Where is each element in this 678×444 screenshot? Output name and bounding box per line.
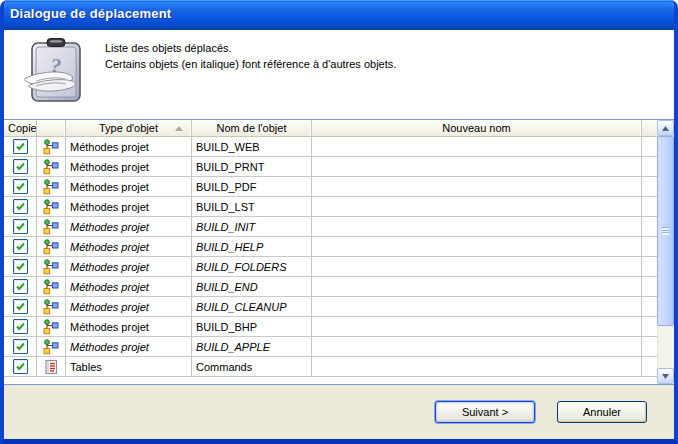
- row-name: BUILD_FOLDERS: [192, 257, 312, 276]
- row-new-name[interactable]: [312, 217, 642, 236]
- row-type: Méthodes projet: [66, 217, 192, 236]
- row-type: Méthodes projet: [66, 157, 192, 176]
- project-method-icon: [43, 259, 59, 275]
- button-panel: Suivant > Annuler: [4, 385, 674, 439]
- project-method-icon: [43, 199, 59, 215]
- table-row[interactable]: Méthodes projet BUILD_PRNT: [4, 157, 657, 177]
- title-bar[interactable]: Dialogue de déplacement: [0, 0, 678, 30]
- row-type: Méthodes projet: [66, 197, 192, 216]
- row-filler: [642, 177, 657, 196]
- table-body: Méthodes projet BUILD_WEB: [4, 137, 657, 384]
- client-area: ? Liste des objets déplacés. Certains ob…: [4, 30, 674, 439]
- dialog-window: Dialogue de déplacement ?: [0, 0, 678, 444]
- table-row[interactable]: Méthodes projet BUILD_INIT: [4, 217, 657, 237]
- table-row[interactable]: Méthodes projet BUILD_LST: [4, 197, 657, 217]
- row-name: BUILD_PRNT: [192, 157, 312, 176]
- objects-table: Copie Type d'objet Nom de l'objet Nouvea…: [4, 119, 674, 385]
- row-new-name[interactable]: [312, 177, 642, 196]
- project-method-icon: [43, 339, 59, 355]
- copy-checkbox[interactable]: [13, 239, 28, 254]
- intro-line2: Certains objets (en italique) font référ…: [105, 56, 396, 72]
- copy-checkbox[interactable]: [13, 299, 28, 314]
- row-filler: [642, 217, 657, 236]
- cancel-button[interactable]: Annuler: [557, 401, 647, 423]
- row-type: Tables: [66, 357, 192, 376]
- sort-ascending-icon: [175, 126, 183, 131]
- row-new-name[interactable]: [312, 277, 642, 296]
- row-filler: [642, 297, 657, 316]
- table-row[interactable]: Méthodes projet BUILD_APPLE: [4, 337, 657, 357]
- column-header-name[interactable]: Nom de l'objet: [192, 120, 312, 136]
- scroll-down-button[interactable]: [657, 368, 674, 384]
- row-type: Méthodes projet: [66, 257, 192, 276]
- copy-checkbox[interactable]: [13, 159, 28, 174]
- row-new-name[interactable]: [312, 257, 642, 276]
- column-header-icon[interactable]: [37, 120, 66, 136]
- row-name: BUILD_WEB: [192, 137, 312, 156]
- project-method-icon: [43, 299, 59, 315]
- row-new-name[interactable]: [312, 197, 642, 216]
- row-type: Méthodes projet: [66, 177, 192, 196]
- table-row[interactable]: Méthodes projet BUILD_END: [4, 277, 657, 297]
- copy-checkbox[interactable]: [13, 199, 28, 214]
- column-header-filler: [642, 120, 657, 136]
- scrollbar-grip-icon: [662, 227, 669, 235]
- table-row[interactable]: Méthodes projet BUILD_HELP: [4, 237, 657, 257]
- row-new-name[interactable]: [312, 337, 642, 356]
- clipboard-question-icon: ?: [24, 36, 88, 106]
- row-new-name[interactable]: [312, 157, 642, 176]
- column-header-newname[interactable]: Nouveau nom: [312, 120, 642, 136]
- row-filler: [642, 157, 657, 176]
- project-method-icon: [43, 139, 59, 155]
- row-filler: [642, 337, 657, 356]
- row-new-name[interactable]: [312, 297, 642, 316]
- row-filler: [642, 277, 657, 296]
- intro-line1: Liste des objets déplacés.: [105, 40, 396, 56]
- row-new-name[interactable]: [312, 137, 642, 156]
- row-type: Méthodes projet: [66, 277, 192, 296]
- row-new-name[interactable]: [312, 317, 642, 336]
- table-row[interactable]: Méthodes projet BUILD_PDF: [4, 177, 657, 197]
- copy-checkbox[interactable]: [13, 279, 28, 294]
- next-button[interactable]: Suivant >: [435, 401, 535, 423]
- table-row[interactable]: Méthodes projet BUILD_CLEANUP: [4, 297, 657, 317]
- scrollbar-thumb[interactable]: [657, 136, 674, 326]
- project-method-icon: [43, 319, 59, 335]
- table-icon: [43, 359, 59, 375]
- vertical-scrollbar: [657, 120, 674, 384]
- row-name: BUILD_CLEANUP: [192, 297, 312, 316]
- copy-checkbox[interactable]: [13, 339, 28, 354]
- copy-checkbox[interactable]: [13, 179, 28, 194]
- scroll-up-button[interactable]: [657, 120, 674, 136]
- row-filler: [642, 317, 657, 336]
- copy-checkbox[interactable]: [13, 219, 28, 234]
- row-filler: [642, 197, 657, 216]
- row-type: Méthodes projet: [66, 297, 192, 316]
- row-filler: [642, 237, 657, 256]
- copy-checkbox[interactable]: [13, 259, 28, 274]
- row-filler: [642, 357, 657, 376]
- row-name: BUILD_END: [192, 277, 312, 296]
- table-row[interactable]: Méthodes projet BUILD_FOLDERS: [4, 257, 657, 277]
- row-name: BUILD_PDF: [192, 177, 312, 196]
- row-new-name[interactable]: [312, 237, 642, 256]
- project-method-icon: [43, 219, 59, 235]
- column-header-type[interactable]: Type d'objet: [66, 120, 192, 136]
- row-name: BUILD_LST: [192, 197, 312, 216]
- table-row[interactable]: Méthodes projet BUILD_BHP: [4, 317, 657, 337]
- row-type: Méthodes projet: [66, 317, 192, 336]
- column-header-type-label: Type d'objet: [99, 122, 158, 134]
- copy-checkbox[interactable]: [13, 359, 28, 374]
- row-filler: [642, 257, 657, 276]
- window-title: Dialogue de déplacement: [0, 0, 678, 21]
- row-name: BUILD_INIT: [192, 217, 312, 236]
- column-header-copie[interactable]: Copie: [4, 120, 37, 136]
- scrollbar-track[interactable]: [657, 136, 674, 368]
- table-header: Copie Type d'objet Nom de l'objet Nouvea…: [4, 120, 657, 137]
- copy-checkbox[interactable]: [13, 139, 28, 154]
- table-row[interactable]: Tables Commands: [4, 357, 657, 377]
- row-new-name[interactable]: [312, 357, 642, 376]
- row-name: BUILD_BHP: [192, 317, 312, 336]
- table-row[interactable]: Méthodes projet BUILD_WEB: [4, 137, 657, 157]
- copy-checkbox[interactable]: [13, 319, 28, 334]
